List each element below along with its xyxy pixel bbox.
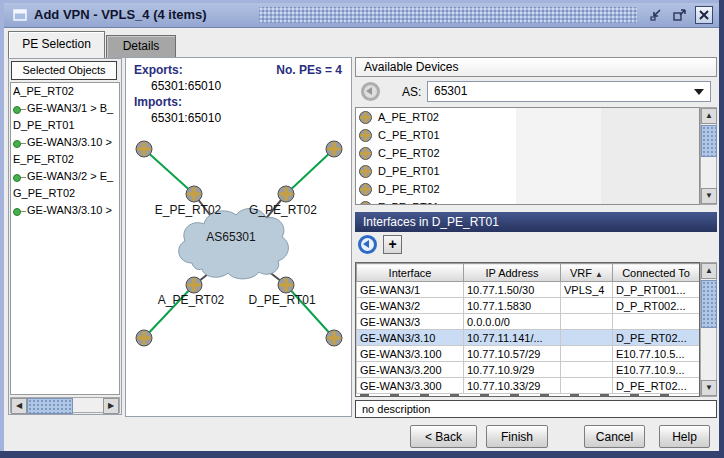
scrollbar-thumb[interactable] [701, 280, 717, 328]
tab-pe-selection[interactable]: PE Selection [8, 31, 105, 58]
vertical-scrollbar[interactable]: ▲ ▼ [700, 262, 717, 397]
chevron-down-icon[interactable] [694, 89, 704, 95]
tree-item-device[interactable]: E_PE_RT02 [11, 151, 119, 168]
cell-interface[interactable]: GE-WAN3/3.200 [357, 362, 464, 378]
cell-connected-to[interactable]: D_PE_RT02... [613, 378, 700, 394]
cell-interface[interactable]: GE-WAN3/3 [357, 314, 464, 330]
minimize-icon[interactable] [649, 7, 665, 23]
tab-details[interactable]: Details [106, 35, 176, 58]
tree-item-device[interactable]: D_PE_RT01 [11, 117, 119, 134]
selected-objects-panel: Selected Objects A_PE_RT02 GE-WAN3/1 > B… [8, 58, 122, 415]
cell-interface[interactable]: GE-WAN3/3.100 [357, 346, 464, 362]
cell-vrf[interactable] [561, 298, 613, 314]
cell-interface[interactable]: GE-WAN3/3.300 [357, 378, 464, 394]
selected-objects-tree[interactable]: A_PE_RT02 GE-WAN3/1 > B_ D_PE_RT01 GE-WA… [10, 82, 120, 395]
interfaces-panel: Interfaces in D_PE_RT01 + Interface IP A… [355, 212, 717, 417]
cell-ip[interactable]: 10.77.10.9/29 [464, 362, 561, 378]
pe-router-icon[interactable] [186, 277, 202, 293]
cell-vrf[interactable]: VPLS_4 [561, 282, 613, 298]
scroll-up-button[interactable]: ▲ [701, 108, 717, 124]
ce-link [144, 149, 194, 194]
back-button[interactable]: < Back [410, 425, 477, 448]
cell-ip[interactable]: 10.77.1.50/30 [464, 282, 561, 298]
device-list-item[interactable]: A_PE_RT02 [356, 108, 699, 126]
add-interface-button[interactable]: + [383, 235, 402, 254]
available-devices-header: Available Devices [355, 57, 717, 77]
ce-router-icon[interactable] [326, 141, 342, 157]
scroll-down-button[interactable]: ▼ [701, 188, 717, 204]
title-bar[interactable]: Add VPN - VPLS_4 (4 items) [4, 3, 719, 28]
table-row[interactable]: GE-WAN3/3 0.0.0.0/0 [357, 314, 700, 330]
pe-router-icon[interactable] [278, 186, 294, 202]
ce-router-icon[interactable] [136, 330, 152, 346]
as-combobox[interactable]: 65301 [427, 81, 711, 102]
tree-item-interface[interactable]: GE-WAN3/1 > B_ [11, 100, 119, 117]
cell-interface[interactable]: GE-WAN3/3.10 [357, 330, 464, 346]
device-list[interactable]: A_PE_RT02 C_PE_RT01 C_PE_RT02 D_PE_RT01 … [355, 107, 700, 205]
cell-connected-to[interactable]: E10.77.10.9... [613, 362, 700, 378]
table-row[interactable]: GE-WAN3/3.200 10.77.10.9/29 E10.77.10.9.… [357, 362, 700, 378]
device-list-item[interactable]: C_PE_RT02 [356, 144, 699, 162]
device-list-item[interactable]: D_PE_RT02 [356, 180, 699, 198]
cell-ip[interactable]: 0.0.0.0/0 [464, 314, 561, 330]
scroll-up-button[interactable]: ▲ [701, 263, 717, 279]
cell-vrf[interactable] [561, 346, 613, 362]
window-border-left [0, 0, 4, 458]
pe-router-icon[interactable] [186, 186, 202, 202]
cell-interface[interactable]: GE-WAN3/2 [357, 298, 464, 314]
tree-item-interface[interactable]: GE-WAN3/2 > E_ [11, 168, 119, 185]
vertical-scrollbar[interactable]: ▲ ▼ [700, 107, 717, 205]
column-header-connected-to[interactable]: Connected To [613, 264, 700, 282]
tree-item-interface[interactable]: GE-WAN3/3.10 > [11, 202, 119, 219]
cell-vrf[interactable] [561, 314, 613, 330]
cell-vrf[interactable] [561, 378, 613, 394]
tree-item-label: D_PE_RT01 [13, 117, 75, 134]
cell-vrf[interactable] [561, 330, 613, 346]
table-row-selected[interactable]: GE-WAN3/3.10 10.77.11.141/... D_PE_RT02.… [357, 330, 700, 346]
selected-objects-header[interactable]: Selected Objects [11, 61, 117, 80]
cell-connected-to[interactable]: D_P_RT001... [613, 282, 700, 298]
close-button[interactable] [695, 6, 713, 24]
ce-router-icon[interactable] [136, 141, 152, 157]
table-row[interactable]: GE-WAN3/3.300 10.77.10.33/29 D_PE_RT02..… [357, 378, 700, 394]
router-icon [359, 165, 372, 178]
cell-interface[interactable]: GE-WAN3/1 [357, 282, 464, 298]
table-row[interactable]: GE-WAN3/1 10.77.1.50/30 VPLS_4 D_P_RT001… [357, 282, 700, 298]
table-row[interactable]: GE-WAN3/2 10.77.1.5830 D_P_RT002... [357, 298, 700, 314]
scroll-left-button[interactable]: ◀ [11, 398, 27, 414]
cell-ip[interactable]: 10.77.10.57/29 [464, 346, 561, 362]
cell-ip[interactable]: 10.77.10.33/29 [464, 378, 561, 394]
device-list-item[interactable]: E_PE_RT01 [356, 198, 699, 205]
scrollbar-thumb[interactable] [701, 125, 717, 157]
cell-connected-to[interactable] [613, 314, 700, 330]
column-header-vrf[interactable]: VRF ▲ [561, 264, 613, 282]
maximize-icon[interactable] [672, 7, 688, 23]
scroll-down-button[interactable]: ▼ [701, 380, 717, 396]
cancel-button[interactable]: Cancel [584, 425, 645, 448]
column-header-ip-address[interactable]: IP Address [464, 264, 561, 282]
cell-ip[interactable]: 10.77.1.5830 [464, 298, 561, 314]
cell-connected-to[interactable]: D_P_RT002... [613, 298, 700, 314]
cell-vrf[interactable] [561, 362, 613, 378]
tree-item-device[interactable]: A_PE_RT02 [11, 83, 119, 100]
back-arrow-button-disabled[interactable] [361, 82, 380, 101]
tree-item-device[interactable]: G_PE_RT02 [11, 185, 119, 202]
table-row[interactable]: GE-WAN3/3.100 10.77.10.57/29 E10.77.10.5… [357, 346, 700, 362]
help-button[interactable]: Help [659, 425, 710, 448]
horizontal-scrollbar[interactable]: ◀ ▶ [10, 397, 120, 413]
finish-button[interactable]: Finish [486, 425, 548, 448]
device-list-item[interactable]: D_PE_RT01 [356, 162, 699, 180]
pe-router-icon[interactable] [278, 277, 294, 293]
tree-item-interface[interactable]: GE-WAN3/3.10 > [11, 134, 119, 151]
cell-connected-to[interactable]: E10.77.10.5... [613, 346, 700, 362]
scroll-right-button[interactable]: ▶ [103, 398, 119, 414]
back-arrow-button[interactable] [358, 235, 377, 254]
interface-icon [13, 172, 27, 182]
device-list-item[interactable]: C_PE_RT01 [356, 126, 699, 144]
ce-router-icon[interactable] [326, 330, 342, 346]
cell-connected-to[interactable]: D_PE_RT02... [613, 330, 700, 346]
scrollbar-thumb[interactable] [27, 398, 73, 414]
column-header-interface[interactable]: Interface [357, 264, 464, 282]
interface-icon [13, 206, 27, 216]
cell-ip[interactable]: 10.77.11.141/... [464, 330, 561, 346]
